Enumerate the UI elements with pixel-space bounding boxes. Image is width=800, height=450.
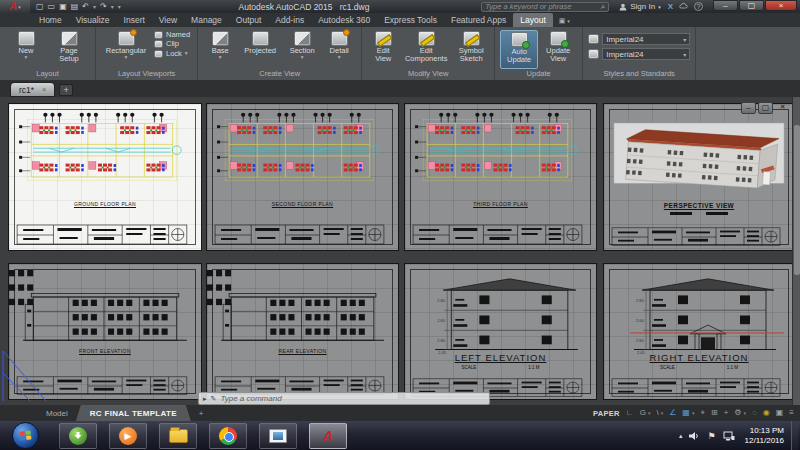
new-file-tab-button[interactable]: + [59, 84, 73, 96]
action-center-flag-icon[interactable]: ⚑ [707, 431, 715, 441]
base-view-button[interactable]: Base ▾ [203, 30, 237, 69]
tab-featured-apps[interactable]: Featured Apps [444, 13, 513, 27]
detail-view-button[interactable]: Detail ▾ [322, 30, 356, 69]
drafting-standard-select[interactable]: Imperial24 ▾ [602, 33, 690, 45]
redo-caret-icon[interactable]: ▾ [111, 3, 114, 10]
viewport-right-elevation[interactable]: RIGHT ELEVATION SCALE 1:1 M [603, 263, 795, 400]
redo-icon[interactable]: ↷ [100, 2, 107, 11]
help-icon[interactable]: ? [694, 2, 703, 11]
viewport-rear-elevation[interactable]: REAR ELEVATION [206, 263, 399, 400]
search-icon[interactable]: ⌕ [601, 2, 605, 12]
autoscale-icon[interactable]: ⊞ [711, 409, 718, 417]
caret-icon[interactable]: ▾ [744, 410, 747, 416]
file-tab-rc1[interactable]: rc1* × [10, 82, 55, 97]
named-viewport-button[interactable]: Named [152, 31, 192, 39]
viewport-ground-floor-plan[interactable]: GROUND FLOOR PLAN [8, 103, 202, 251]
viewport-left-elevation[interactable]: LEFT ELEVATION SCALE 1:1 M [404, 263, 597, 400]
polar-tracking-icon[interactable]: ∠ [669, 409, 676, 417]
update-view-button[interactable]: Update View [539, 30, 577, 69]
application-menu-button[interactable]: A ▾ [0, 0, 30, 13]
viewport-third-floor-plan[interactable]: THIRD FLOOR PLAN [404, 103, 597, 251]
tab-manage[interactable]: Manage [184, 13, 229, 27]
tab-view[interactable]: View [152, 13, 184, 27]
taskbar-autocad-button[interactable]: A [309, 423, 347, 449]
doc-close-button[interactable]: × [775, 102, 790, 114]
viewport-lock-icon[interactable]: ∟ [626, 409, 634, 417]
save-drawing-icon[interactable]: ▣ [59, 2, 67, 11]
caret-icon[interactable]: ▾ [648, 410, 651, 416]
clip-viewport-button[interactable]: Clip [152, 40, 192, 48]
tab-visualize[interactable]: Visualize [69, 13, 117, 27]
caret-icon[interactable]: ▾ [661, 410, 664, 416]
symbol-sketch-button[interactable]: Symbol Sketch [453, 30, 489, 69]
hardware-acceleration-icon[interactable]: ◉ [763, 409, 770, 417]
layer-standard-select[interactable]: Imperial24 ▾ [602, 48, 690, 60]
taskbar-idm-button[interactable] [59, 423, 97, 449]
workspace-gear-icon[interactable]: ⚙ [734, 409, 741, 417]
edit-components-button[interactable]: Edit Components [400, 30, 452, 69]
taskbar-media-player-button[interactable]: ▶ [109, 423, 147, 449]
edit-view-button[interactable]: Edit View [367, 30, 399, 69]
ribbon-display-toggle-icon[interactable]: ▣ ▾ [559, 17, 570, 27]
exchange-apps-icon[interactable]: X [668, 2, 673, 11]
section-view-button[interactable]: Section ▾ [283, 30, 321, 69]
restore-window-button[interactable]: ▢ [739, 0, 764, 11]
viewport-front-elevation[interactable]: FRONT ELEVATION [8, 263, 202, 400]
taskbar-explorer-button[interactable] [159, 423, 197, 449]
minimize-window-button[interactable]: – [713, 0, 738, 11]
lock-viewport-button[interactable]: Lock ▾ [152, 50, 192, 58]
open-drawing-icon[interactable]: ▭ [48, 2, 56, 11]
start-button[interactable] [12, 422, 39, 449]
vertical-scrollbar[interactable] [792, 97, 800, 405]
tab-add-ins[interactable]: Add-ins [268, 13, 311, 27]
tab-layout[interactable]: Layout [513, 13, 553, 27]
caret-icon[interactable]: ▾ [692, 410, 695, 416]
sign-in-button[interactable]: Sign In ▾ [619, 2, 660, 11]
tab-home[interactable]: Home [32, 13, 69, 27]
auto-update-button[interactable]: Auto Update [500, 30, 538, 69]
viewport-second-floor-plan[interactable]: SECOND FLOOR PLAN [206, 103, 399, 251]
isolate-objects-icon[interactable]: ◌ [752, 409, 757, 417]
help-search-box[interactable]: Type a keyword or phrase ⌕ [481, 2, 609, 12]
new-drawing-icon[interactable]: ▢ [36, 2, 44, 11]
model-tab[interactable]: Model [38, 409, 76, 418]
annotation-visibility-icon[interactable]: ⌖ [700, 409, 705, 417]
scrollbar-thumb[interactable] [794, 125, 800, 275]
taskbar-photo-viewer-button[interactable] [259, 423, 297, 449]
hidden-icons-button[interactable]: ▴ [679, 432, 683, 440]
new-layout-button[interactable]: New ▾ [5, 30, 47, 69]
layout-tab-rc-final-template[interactable]: RC FINAL TEMPLATE [76, 405, 191, 421]
close-window-button[interactable]: × [765, 0, 797, 11]
clean-screen-icon[interactable]: ▣ [776, 409, 784, 417]
network-icon[interactable] [723, 431, 735, 441]
ortho-mode-icon[interactable]: \ [656, 409, 658, 417]
rectangular-viewport-button[interactable]: Rectangular ▾ [101, 30, 151, 69]
tray-clock[interactable]: 10:13 PM 12/11/2016 [745, 426, 784, 446]
doc-restore-button[interactable]: ▢ [758, 102, 773, 114]
new-layout-tab-button[interactable]: + [191, 409, 212, 418]
command-line[interactable]: ▸ ✎ Type a command [198, 392, 490, 405]
tab-insert[interactable]: Insert [117, 13, 152, 27]
tab-output[interactable]: Output [229, 13, 269, 27]
taskbar-chrome-button[interactable] [209, 423, 247, 449]
undo-caret-icon[interactable]: ▾ [93, 3, 96, 10]
undo-icon[interactable]: ↶ [82, 2, 89, 11]
plot-icon[interactable]: ▤ [71, 2, 79, 11]
drawing-area[interactable]: GROUND FLOOR PLAN SECOND FLOOR PLAN THIR… [0, 97, 800, 405]
doc-minimize-button[interactable]: – [741, 102, 756, 114]
tab-autodesk-360[interactable]: Autodesk 360 [311, 13, 377, 27]
qat-customize-icon[interactable]: ▾ [118, 3, 121, 10]
show-desktop-button[interactable] [791, 421, 798, 450]
viewport-perspective-view[interactable]: PERSPECTIVE VIEW [603, 103, 795, 251]
tab-express-tools[interactable]: Express Tools [377, 13, 444, 27]
a360-icon[interactable] [679, 2, 688, 12]
projected-view-button[interactable]: Projected [238, 30, 282, 69]
paper-space-label[interactable]: PAPER [593, 409, 620, 418]
customize-icon[interactable]: ≡ [789, 409, 794, 417]
file-tab-close-icon[interactable]: × [42, 86, 46, 93]
page-setup-button[interactable]: Page Setup [48, 30, 90, 69]
volume-icon[interactable] [689, 431, 700, 441]
object-snap-icon[interactable]: ▦ [682, 409, 690, 417]
annotation-scale-menu-icon[interactable]: G [640, 409, 646, 417]
annotation-monitor-icon[interactable]: + [724, 409, 729, 417]
